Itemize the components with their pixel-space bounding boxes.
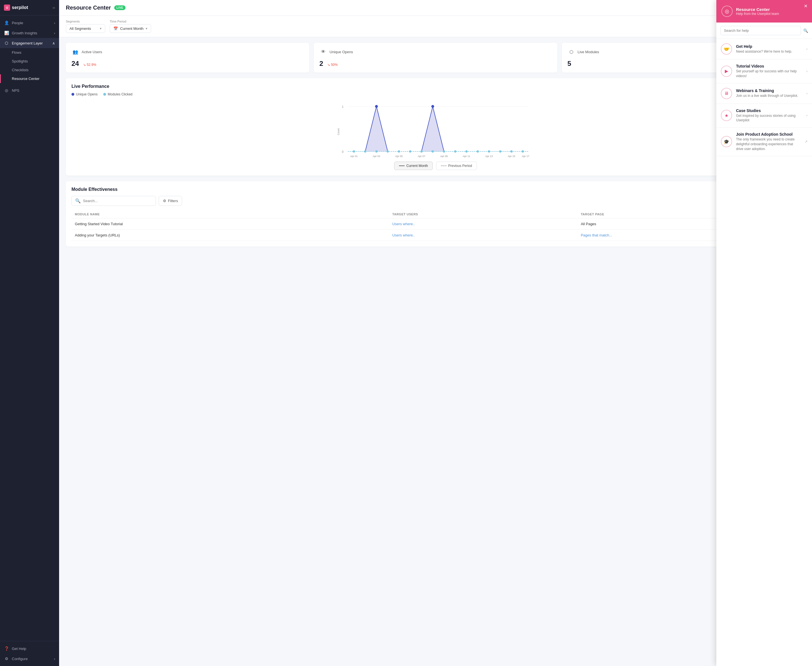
- stat-card-active-users: 👥 Active Users 24 ↘ 52.9%: [66, 43, 309, 73]
- case-studies-icon: ★: [721, 110, 732, 121]
- sidebar-sub-item-flows[interactable]: Flows: [0, 48, 59, 57]
- sidebar-item-get-help[interactable]: ❓ Get Help: [0, 643, 59, 654]
- chevron-right-icon: ›: [54, 21, 55, 25]
- svg-point-4: [353, 150, 355, 153]
- webinars-training-title: Webinars & Training: [736, 88, 802, 93]
- segments-filter-group: Segments All Segments ▾: [66, 20, 105, 33]
- filter-icon: ⚙: [163, 199, 166, 203]
- svg-point-5: [364, 150, 367, 153]
- chevron-right-icon: ›: [54, 31, 55, 35]
- spike1-peak-dot: [375, 105, 378, 108]
- target-page-link[interactable]: Pages that match...: [581, 233, 612, 237]
- chevron-right-icon: ›: [806, 114, 807, 117]
- chart-title: Live Performance: [71, 84, 800, 89]
- resource-item-tutorial-videos[interactable]: ▶ Tutorial Videos Set yourself up for su…: [716, 59, 812, 83]
- module-search-input[interactable]: [83, 199, 152, 203]
- segments-select[interactable]: All Segments ▾: [66, 24, 105, 33]
- chevron-up-icon: ∧: [53, 41, 55, 45]
- current-month-label: Current Month: [406, 164, 428, 168]
- unique-opens-value: 2: [319, 60, 323, 67]
- legend-item-unique-opens: Unique Opens: [71, 92, 98, 96]
- module-name-cell: Adding your Targets (URLs): [71, 230, 389, 241]
- logo-text[interactable]: U serpilot: [4, 5, 28, 11]
- col-module-name: MODULE NAME: [71, 210, 389, 218]
- live-modules-value: 5: [567, 60, 571, 67]
- growth-insights-icon: 📊: [4, 31, 9, 35]
- module-effectiveness-section: Module Effectiveness 🔍 ⚙ Filters MODULE …: [66, 181, 805, 247]
- segments-value: All Segments: [69, 26, 91, 31]
- live-modules-icon: ⬡: [567, 48, 575, 56]
- previous-period-dashed-icon: [441, 165, 447, 166]
- active-users-icon: 👥: [71, 48, 79, 56]
- main-content: Resource Center LIVE Segments All Segmen…: [59, 0, 812, 666]
- module-toolbar: 🔍 ⚙ Filters: [71, 196, 800, 206]
- legend-dot-unique-opens: [71, 93, 74, 96]
- current-month-button[interactable]: Current Month: [394, 162, 433, 170]
- target-users-link[interactable]: Users where..: [392, 222, 415, 226]
- sidebar-item-nps-label: NPS: [12, 88, 20, 92]
- svg-point-15: [477, 150, 479, 153]
- col-target-users: TARGET USERS: [389, 210, 577, 218]
- svg-text:Apr 03: Apr 03: [373, 155, 380, 158]
- chevron-right-icon: ›: [54, 657, 55, 661]
- resource-item-get-help[interactable]: 🤝 Get Help Need assistance? We're here t…: [716, 39, 812, 59]
- svg-text:Apr 17: Apr 17: [522, 155, 529, 158]
- filters-bar: Segments All Segments ▾ Time Period 📅 Cu…: [59, 16, 812, 37]
- previous-period-button[interactable]: Previous Period: [436, 162, 477, 170]
- chart-section: Live Performance Unique Opens Modules Cl…: [66, 78, 805, 176]
- module-table: MODULE NAME TARGET USERS TARGET PAGE Get…: [71, 210, 800, 241]
- unique-opens-change: ↘ 50%: [327, 63, 338, 67]
- svg-point-11: [432, 150, 434, 153]
- tutorial-videos-title: Tutorial Videos: [736, 64, 802, 68]
- segments-chevron-icon: ▾: [100, 27, 102, 30]
- resource-panel-close-button[interactable]: ✕: [802, 3, 809, 9]
- svg-point-19: [522, 150, 524, 153]
- sidebar-item-growth-insights[interactable]: 📊 Growth Insights ›: [0, 28, 59, 38]
- sidebar: U serpilot ‹› 👤 People › 📊 Growth Insigh…: [0, 0, 59, 666]
- resource-search-input[interactable]: [720, 26, 801, 35]
- legend-item-modules-clicked: Modules Clicked: [103, 92, 133, 96]
- resource-panel-subtitle: Help from the Userpilot team: [736, 12, 779, 16]
- module-name-cell: Getting Started Video Tutorial: [71, 218, 389, 230]
- resource-item-case-studies[interactable]: ★ Case Studies Get inspired by success s…: [716, 104, 812, 128]
- sidebar-item-growth-insights-label: Growth Insights: [12, 31, 37, 35]
- sidebar-item-configure-label: Configure: [12, 657, 28, 661]
- page-title: Resource Center: [66, 5, 111, 11]
- sidebar-item-people[interactable]: 👤 People ›: [0, 18, 59, 28]
- resource-search-bar: 🔍: [716, 23, 812, 39]
- target-users-link[interactable]: Users where..: [392, 233, 415, 237]
- sidebar-collapse-button[interactable]: ‹›: [53, 5, 55, 10]
- svg-point-17: [499, 150, 501, 153]
- case-studies-description: Get inspired by success stories of using…: [736, 114, 802, 123]
- live-modules-label: Live Modules: [578, 50, 599, 54]
- configure-icon: ⚙: [4, 656, 9, 661]
- resource-panel-header: ◎ Resource Center Help from the Userpilo…: [716, 0, 812, 23]
- sidebar-item-engagement-layer[interactable]: ⬡ Engagement Layer ∧: [0, 38, 59, 48]
- content-area: 👥 Active Users 24 ↘ 52.9% 👁 Unique Opens…: [59, 37, 812, 252]
- spike1-area: [365, 106, 388, 152]
- case-studies-title: Case Studies: [736, 108, 802, 113]
- resource-items-list: 🤝 Get Help Need assistance? We're here t…: [716, 39, 812, 666]
- target-users-cell: Users where..: [389, 230, 577, 241]
- table-row: Getting Started Video Tutorial Users whe…: [71, 218, 800, 230]
- time-period-filter-group: Time Period 📅 Current Month ▾: [110, 20, 151, 33]
- time-period-chevron-icon: ▾: [146, 27, 148, 30]
- sidebar-item-configure[interactable]: ⚙ Configure ›: [0, 654, 59, 664]
- search-icon: 🔍: [803, 28, 808, 33]
- app-name: serpilot: [12, 5, 28, 10]
- sidebar-sub-item-checklists[interactable]: Checklists: [0, 66, 59, 74]
- filters-button[interactable]: ⚙ Filters: [159, 196, 182, 206]
- time-period-select[interactable]: 📅 Current Month ▾: [110, 24, 151, 33]
- sidebar-nav: 👤 People › 📊 Growth Insights › ⬡ Engagem…: [0, 15, 59, 641]
- legend-label-unique-opens: Unique Opens: [76, 92, 98, 96]
- resource-item-webinars-training[interactable]: 🖥 Webinars & Training Join us in a live …: [716, 83, 812, 104]
- sidebar-item-nps[interactable]: ◎ NPS: [0, 85, 59, 96]
- logo-icon: U: [4, 5, 10, 11]
- down-arrow-icon: ↘: [83, 63, 86, 67]
- sidebar-sub-item-spotlights[interactable]: Spotlights: [0, 57, 59, 66]
- sidebar-sub-item-resource-center[interactable]: Resource Center: [0, 74, 59, 83]
- svg-text:Apr 11: Apr 11: [463, 155, 470, 158]
- active-users-change: ↘ 52.9%: [83, 63, 96, 67]
- resource-item-product-adoption-school[interactable]: 🎓 Join Product Adoption School The only …: [716, 127, 812, 156]
- svg-point-6: [375, 150, 378, 153]
